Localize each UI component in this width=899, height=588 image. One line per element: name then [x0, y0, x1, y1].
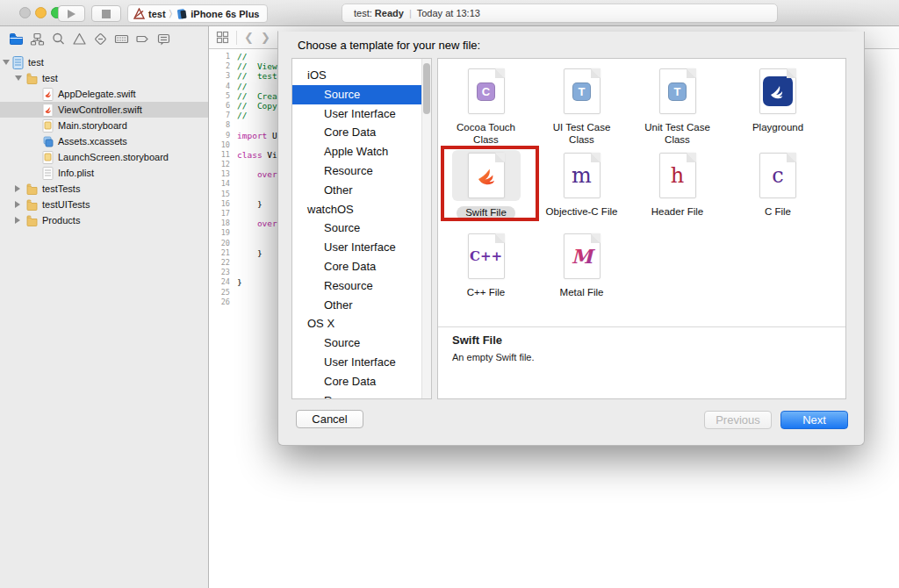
traffic-close-button[interactable]: [19, 7, 31, 18]
next-button[interactable]: Next: [780, 411, 848, 429]
category-item-watchos-source[interactable]: Source: [292, 219, 431, 238]
category-item-ios-resource[interactable]: Resource: [292, 161, 431, 181]
run-button[interactable]: [58, 5, 85, 22]
tree-row-info-plist[interactable]: Info.plist: [0, 165, 208, 181]
category-item-watchos-user-interface[interactable]: User Interface: [292, 238, 431, 257]
category-item-watchos-other[interactable]: Other: [292, 296, 431, 315]
breakpoint-navigator-icon[interactable]: [135, 32, 150, 47]
category-header-watchos: watchOS: [292, 200, 431, 219]
template-metal-file[interactable]: M Metal File: [534, 231, 629, 299]
category-item-ios-apple-watch[interactable]: Apple Watch: [292, 142, 431, 161]
tree-row-appdelegate[interactable]: AppDelegate.swift: [0, 86, 208, 102]
category-item-ios-source[interactable]: Source: [292, 85, 431, 104]
line-number: 1: [209, 52, 230, 61]
folder-icon: [26, 183, 38, 196]
template-objective-c-file[interactable]: m Objective-C File: [534, 150, 629, 220]
project-navigator-icon[interactable]: [9, 32, 24, 47]
folder-icon: [26, 72, 38, 85]
tree-label: Main.storyboard: [58, 120, 127, 131]
c-file-icon: c: [759, 153, 796, 198]
file-letter: m: [572, 165, 592, 186]
template-playground[interactable]: Playground: [725, 66, 831, 146]
template-description-text: An empty Swift file.: [452, 352, 535, 362]
cocoa-touch-class-icon: C: [468, 68, 505, 114]
category-item-osx-user-interface[interactable]: User Interface: [292, 353, 431, 372]
template-cpp-file[interactable]: C++ C++ File: [438, 231, 534, 299]
line-number: 21: [209, 248, 230, 258]
tree-row-assets[interactable]: Assets.xcassets: [0, 133, 208, 149]
template-description-title: Swift File: [452, 333, 502, 347]
tree-label: test: [42, 73, 58, 83]
window-toolbar: test 〉 iPhone 6s Plus test: Ready | Toda…: [0, 0, 899, 26]
tree-row-testuitests[interactable]: testUITests: [0, 197, 208, 212]
list-scrollbar-track[interactable]: [421, 59, 431, 398]
template-label: Cocoa Touch Class: [450, 122, 523, 146]
scheme-selector[interactable]: test 〉 iPhone 6s Plus: [127, 4, 268, 23]
tree-row-main-storyboard[interactable]: Main.storyboard: [0, 118, 208, 133]
tree-label: Assets.xcassets: [58, 136, 127, 147]
objective-c-file-icon: m: [564, 153, 601, 198]
symbol-navigator-icon[interactable]: [30, 32, 45, 47]
cancel-button[interactable]: Cancel: [296, 410, 363, 428]
line-number: 19: [209, 228, 230, 238]
cpp-file-icon: C++: [468, 233, 505, 279]
disclosure-triangle-icon[interactable]: [3, 60, 10, 65]
stop-button[interactable]: [91, 5, 121, 22]
template-category-list: iOS Source User Interface Core Data Appl…: [291, 58, 432, 399]
line-number: 5: [209, 91, 230, 101]
category-item-osx-core-data[interactable]: Core Data: [292, 372, 431, 391]
template-header-file[interactable]: h Header File: [629, 150, 725, 220]
back-icon[interactable]: ❮: [244, 31, 254, 44]
tree-label: Info.plist: [58, 168, 94, 178]
selection-highlight-red-box: [441, 146, 539, 221]
swift-file-icon: [42, 104, 54, 117]
line-number: 2: [209, 61, 230, 71]
category-item-watchos-core-data[interactable]: Core Data: [292, 257, 431, 276]
line-number: 20: [209, 239, 230, 248]
tree-row-testtests[interactable]: testTests: [0, 181, 208, 197]
template-label: Metal File: [560, 287, 604, 299]
report-navigator-icon[interactable]: [156, 32, 171, 47]
disclosure-triangle-icon[interactable]: [15, 217, 20, 224]
line-number: 15: [209, 190, 230, 199]
forward-icon[interactable]: ❯: [261, 31, 270, 44]
tree-row-group-test[interactable]: test: [0, 70, 208, 86]
template-label: Unit Test Case Class: [641, 122, 715, 146]
category-item-osx-source[interactable]: Source: [292, 333, 431, 353]
test-navigator-icon[interactable]: [93, 32, 108, 47]
line-number: 26: [209, 298, 230, 307]
template-cocoa-touch-class[interactable]: C Cocoa Touch Class: [438, 66, 534, 146]
unit-test-case-icon: T: [659, 68, 696, 114]
category-item-ios-other[interactable]: Other: [292, 181, 431, 200]
scheme-chevron: 〉: [169, 8, 173, 19]
disclosure-triangle-icon[interactable]: [15, 185, 20, 192]
template-ui-test-case-class[interactable]: T UI Test Case Class: [534, 66, 629, 146]
previous-button[interactable]: Previous: [704, 411, 772, 429]
line-number: 12: [209, 160, 230, 169]
list-scrollbar-thumb[interactable]: [423, 63, 430, 114]
tree-row-project-test[interactable]: test: [0, 54, 208, 70]
tree-row-viewcontroller[interactable]: ViewController.swift: [0, 102, 208, 118]
activity-status-display: test: Ready | Today at 13:13: [342, 4, 778, 23]
issue-navigator-icon[interactable]: [72, 32, 87, 47]
template-c-file[interactable]: c C File: [725, 150, 831, 220]
line-number: 13: [209, 169, 230, 179]
find-navigator-icon[interactable]: [51, 32, 66, 47]
traffic-minimize-button[interactable]: [35, 7, 47, 18]
category-item-ios-user-interface[interactable]: User Interface: [292, 104, 431, 124]
status-separator: |: [409, 8, 412, 18]
disclosure-triangle-icon[interactable]: [15, 201, 20, 208]
navigator-iconbar: [0, 26, 208, 51]
related-items-icon[interactable]: [216, 31, 229, 44]
category-item-osx-resource[interactable]: Resource: [292, 391, 431, 399]
tree-row-launchscreen[interactable]: LaunchScreen.storyboard: [0, 149, 208, 165]
category-item-ios-core-data[interactable]: Core Data: [292, 123, 431, 142]
category-item-watchos-resource[interactable]: Resource: [292, 276, 431, 296]
debug-navigator-icon[interactable]: [114, 32, 129, 47]
tree-row-products[interactable]: Products: [0, 212, 208, 228]
line-number: 25: [209, 288, 230, 298]
disclosure-triangle-icon[interactable]: [15, 75, 22, 81]
storyboard-icon: [42, 119, 54, 133]
line-number: 10: [209, 140, 230, 150]
template-unit-test-case-class[interactable]: T Unit Test Case Class: [629, 66, 725, 146]
